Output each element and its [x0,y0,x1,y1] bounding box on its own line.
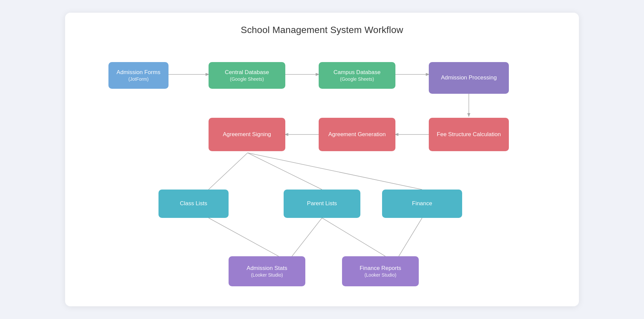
agreement-generation-node[interactable]: Agreement Generation [319,118,395,151]
finance-reports-node[interactable]: Finance Reports (Looker Studio) [342,256,419,286]
svg-line-11 [322,218,385,256]
svg-line-9 [209,218,279,256]
admission-stats-node[interactable]: Admission Stats (Looker Studio) [229,256,305,286]
diagram-title: School Management System Workflow [65,13,579,35]
fee-structure-node[interactable]: Fee Structure Calculation [429,118,509,151]
svg-line-10 [292,218,322,256]
agreement-signing-node[interactable]: Agreement Signing [209,118,285,151]
svg-line-6 [209,153,248,190]
svg-line-12 [399,218,422,256]
parent-lists-node[interactable]: Parent Lists [284,190,360,218]
campus-database-node[interactable]: Campus Database (Google Sheets) [319,62,395,89]
svg-line-8 [248,153,422,190]
finance-node[interactable]: Finance [382,190,462,218]
admission-forms-node[interactable]: Admission Forms (JotForm) [108,62,169,89]
diagram-container: School Management System Workflow [65,13,579,306]
admission-processing-node[interactable]: Admission Processing [429,62,509,94]
class-lists-node[interactable]: Class Lists [158,190,229,218]
svg-line-7 [248,153,322,190]
central-database-node[interactable]: Central Database (Google Sheets) [209,62,285,89]
connections-svg [65,13,579,306]
